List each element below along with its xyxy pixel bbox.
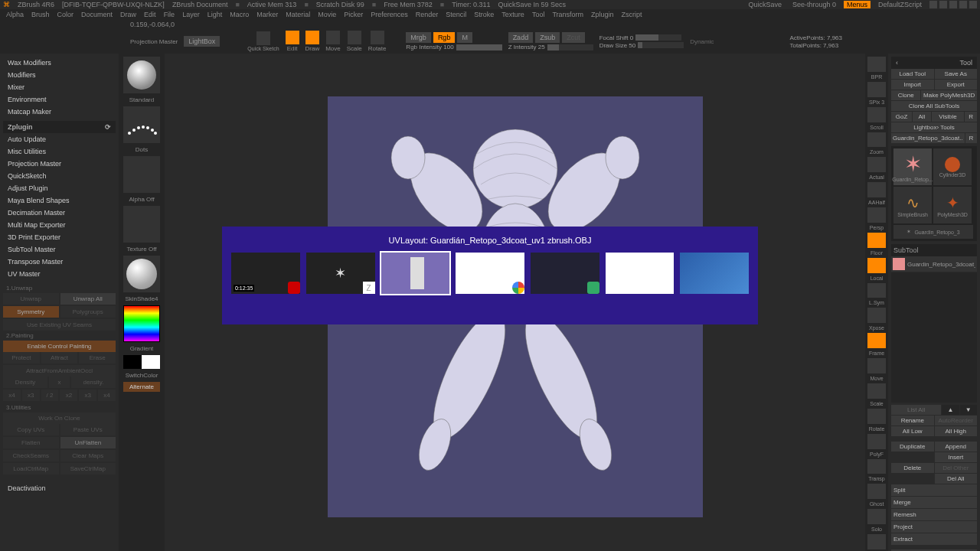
window-icon-1[interactable] <box>929 1 937 8</box>
menu-preferences[interactable]: Preferences <box>371 11 408 18</box>
zplugin-item[interactable]: Projection Master <box>3 158 116 170</box>
m-button[interactable]: M <box>457 32 472 43</box>
zplugin-item[interactable]: Multi Map Exporter <box>3 219 116 231</box>
viewport-ghost[interactable] <box>867 484 886 499</box>
tool-item[interactable]: ∿SimpleBrush <box>893 187 932 223</box>
zplugin-item[interactable]: SubTool Master <box>3 243 116 256</box>
viewport-local[interactable] <box>867 258 886 273</box>
viewport-polyf[interactable] <box>867 434 886 449</box>
draw-size-slider[interactable]: Draw Size 50 <box>599 42 636 49</box>
move-button[interactable]: Move <box>325 31 341 52</box>
menu-transform[interactable]: Transform <box>552 11 583 18</box>
tool-item[interactable]: Cylinder3D <box>933 148 972 185</box>
tool-header[interactable]: ‹Tool <box>891 57 977 69</box>
tool-r-button[interactable]: R <box>965 133 977 143</box>
viewport-transp[interactable] <box>867 459 886 474</box>
scale-button[interactable]: Scale <box>347 31 362 52</box>
list-all-button[interactable]: List All <box>891 405 941 415</box>
viewport-scale[interactable] <box>867 383 886 399</box>
zplugin-item[interactable]: UV Master <box>3 268 116 280</box>
plugin-item[interactable]: Modifiers <box>3 69 116 81</box>
menu-draw[interactable]: Draw <box>120 11 136 18</box>
alt-tab-thumb[interactable] <box>456 253 524 294</box>
density-div4[interactable]: x4 <box>3 390 21 401</box>
delete-button[interactable]: Delete <box>891 463 934 473</box>
viewport-floor[interactable] <box>867 233 886 248</box>
edit-button[interactable]: Edit <box>286 31 299 52</box>
seethrough-button[interactable]: See-through 0 <box>789 1 839 8</box>
menu-alpha[interactable]: Alpha <box>6 11 24 18</box>
viewport-scroll[interactable] <box>867 107 886 122</box>
zplugin-item[interactable]: Maya Blend Shapes <box>3 194 116 207</box>
clone-all-subtools-button[interactable]: Clone All SubTools <box>891 101 977 111</box>
density-div2[interactable]: / 2 <box>41 390 59 401</box>
current-tool-name[interactable]: Guardin_Retopo_3dcoat.. <box>891 133 965 143</box>
menu-stencil[interactable]: Stencil <box>446 11 466 18</box>
rename-button[interactable]: Rename <box>891 416 934 425</box>
subtool-item[interactable]: Guardin_Retopo_3dcoat_Flat <box>891 256 977 272</box>
viewport-zoom[interactable] <box>867 132 886 148</box>
autoreorder-button[interactable]: AutoReorder <box>935 416 978 425</box>
gradient-label[interactable]: Gradient <box>130 345 154 352</box>
protect-button[interactable]: Protect <box>3 352 40 364</box>
zplugin-item[interactable]: Adjust Plugin <box>3 182 116 194</box>
save-as-button[interactable]: Save As <box>935 69 978 79</box>
brush-swatch[interactable] <box>123 57 160 93</box>
zplugin-header[interactable]: Zplugin⟳ <box>3 121 116 133</box>
density-x3[interactable]: x3 <box>79 390 96 401</box>
menu-render[interactable]: Render <box>416 11 439 18</box>
append-button[interactable]: Append <box>935 442 978 452</box>
remesh-section[interactable]: Remesh <box>891 509 977 520</box>
zplugin-item[interactable]: Auto Update <box>3 133 116 145</box>
viewport-persp[interactable] <box>867 207 886 223</box>
menu-file[interactable]: File <box>164 11 175 18</box>
color-picker[interactable] <box>123 305 160 342</box>
texture-swatch[interactable] <box>123 206 160 243</box>
project-section[interactable]: Project <box>891 521 977 533</box>
viewport-rotate[interactable] <box>867 409 886 424</box>
alt-tab-thumb[interactable] <box>680 253 749 294</box>
import-button[interactable]: Import <box>891 80 934 90</box>
unwrap-button[interactable]: Unwrap <box>3 293 59 305</box>
menu-edit[interactable]: Edit <box>144 11 156 18</box>
tool-item[interactable]: ✶Guardin_Retopo_3 <box>893 225 973 239</box>
flatten-button[interactable]: Flatten <box>3 437 59 448</box>
viewport-xpose[interactable] <box>867 308 886 323</box>
zplugin-item[interactable]: Misc Utilities <box>3 145 116 158</box>
rgb-button[interactable]: Rgb <box>433 32 456 43</box>
viewport-spix3[interactable] <box>867 82 886 97</box>
alt-tab-thumb[interactable]: ✶Z <box>306 253 375 294</box>
alternate-button[interactable]: Alternate <box>123 382 160 392</box>
menu-stroke[interactable]: Stroke <box>474 11 494 18</box>
lightbox-button[interactable]: LightBox <box>184 36 220 47</box>
symmetry-button[interactable]: Symmetry <box>3 306 59 318</box>
unflatten-button[interactable]: UnFlatten <box>60 437 116 448</box>
polygroups-button[interactable]: Polygroups <box>60 306 116 318</box>
zcut-button[interactable]: Zcut <box>562 32 585 43</box>
default-zscript[interactable]: DefaultZScript <box>875 1 925 8</box>
clear-maps-button[interactable]: Clear Maps <box>60 450 116 461</box>
plugin-item[interactable]: Mixer <box>3 81 116 93</box>
paste-uvs-button[interactable]: Paste UVs <box>60 424 116 435</box>
stroke-swatch[interactable] <box>123 106 160 143</box>
menu-brush[interactable]: Brush <box>31 11 50 18</box>
arrow-down-icon[interactable]: ▼ <box>960 405 977 415</box>
insert-button[interactable]: Insert <box>935 452 978 462</box>
z-intensity-slider[interactable]: Z Intensity 25 <box>508 44 545 51</box>
attract-ao-button[interactable]: AttractFromAmbientOccl <box>3 365 116 377</box>
alt-tab-thumb[interactable] <box>531 253 599 294</box>
plugin-item[interactable]: Environment <box>3 93 116 106</box>
zplugin-item[interactable]: 3D Print Exporter <box>3 231 116 243</box>
menu-document[interactable]: Document <box>81 11 113 18</box>
projection-master-button[interactable]: Projection Master <box>130 38 178 45</box>
close-icon[interactable] <box>969 1 977 8</box>
alpha-swatch[interactable] <box>123 156 160 193</box>
menu-color[interactable]: Color <box>57 11 74 18</box>
draw-button[interactable]: Draw <box>305 31 320 52</box>
merge-section[interactable]: Merge <box>891 497 977 508</box>
color-swatches[interactable] <box>123 355 160 369</box>
make-polymesh-button[interactable]: Make PolyMesh3D <box>921 90 977 100</box>
menu-zscript[interactable]: Zscript <box>622 11 642 18</box>
zplugin-item[interactable]: Decimation Master <box>3 207 116 219</box>
goz-button[interactable]: GoZ <box>891 112 912 122</box>
